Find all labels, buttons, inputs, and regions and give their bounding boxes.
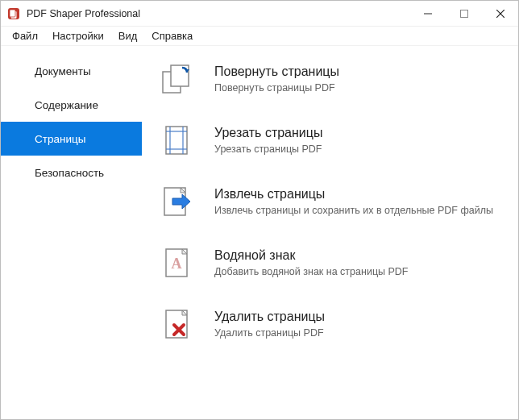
menubar: Файл Настройки Вид Справка bbox=[1, 27, 518, 46]
action-text: Удалить страницы Удалить страницы PDF bbox=[214, 310, 325, 339]
sidebar-item-label: Содержание bbox=[35, 99, 98, 111]
svg-rect-2 bbox=[10, 10, 15, 17]
rotate-pages-icon bbox=[158, 60, 195, 98]
action-crop-pages[interactable]: Урезать страницы Урезать страницы PDF bbox=[158, 122, 505, 159]
action-text: Водяной знак Добавить водяной знак на ст… bbox=[214, 248, 409, 277]
svg-rect-4 bbox=[460, 10, 467, 17]
menu-help[interactable]: Справка bbox=[145, 28, 199, 44]
action-desc: Удалить страницы PDF bbox=[214, 327, 325, 339]
action-watermark[interactable]: A Водяной знак Добавить водяной знак на … bbox=[158, 244, 505, 281]
sidebar-item-label: Безопасность bbox=[35, 167, 104, 179]
app-icon bbox=[7, 7, 20, 20]
window-controls bbox=[409, 1, 518, 26]
action-delete-pages[interactable]: Удалить страницы Удалить страницы PDF bbox=[158, 306, 505, 343]
sidebar-item-label: Страницы bbox=[35, 133, 85, 145]
action-title: Урезать страницы bbox=[214, 126, 322, 140]
svg-text:A: A bbox=[172, 256, 182, 272]
extract-pages-icon bbox=[158, 183, 195, 220]
action-desc: Повернуть страницы PDF bbox=[214, 82, 339, 94]
sidebar-item-label: Документы bbox=[35, 65, 91, 77]
sidebar-item-content[interactable]: Содержание bbox=[1, 88, 142, 122]
action-rotate-pages[interactable]: Повернуть страницы Повернуть страницы PD… bbox=[158, 60, 505, 98]
menu-view[interactable]: Вид bbox=[112, 28, 144, 44]
sidebar: Документы Содержание Страницы Безопаснос… bbox=[1, 46, 142, 419]
app-window: PDF Shaper Professional Файл Настройки В… bbox=[0, 0, 519, 420]
action-text: Повернуть страницы Повернуть страницы PD… bbox=[214, 64, 339, 94]
svg-rect-10 bbox=[166, 127, 187, 154]
content: Повернуть страницы Повернуть страницы PD… bbox=[142, 46, 518, 419]
close-button[interactable] bbox=[482, 1, 518, 26]
titlebar: PDF Shaper Professional bbox=[1, 1, 518, 27]
minimize-button[interactable] bbox=[409, 1, 446, 26]
sidebar-item-pages[interactable]: Страницы bbox=[1, 122, 142, 156]
sidebar-item-security[interactable]: Безопасность bbox=[1, 156, 142, 189]
action-title: Удалить страницы bbox=[214, 310, 325, 324]
action-extract-pages[interactable]: Извлечь страницы Извлечь страницы и сохр… bbox=[158, 183, 505, 220]
menu-settings[interactable]: Настройки bbox=[46, 28, 110, 44]
maximize-button[interactable] bbox=[446, 1, 482, 26]
action-title: Водяной знак bbox=[214, 248, 409, 263]
crop-pages-icon bbox=[158, 122, 195, 159]
action-title: Извлечь страницы bbox=[214, 187, 493, 202]
action-title: Повернуть страницы bbox=[214, 64, 339, 79]
action-text: Урезать страницы Урезать страницы PDF bbox=[214, 126, 322, 155]
sidebar-item-documents[interactable]: Документы bbox=[1, 54, 142, 88]
action-desc: Урезать страницы PDF bbox=[214, 143, 322, 155]
delete-pages-icon bbox=[158, 306, 195, 343]
watermark-icon: A bbox=[158, 244, 195, 281]
app-title: PDF Shaper Professional bbox=[27, 8, 409, 19]
action-desc: Извлечь страницы и сохранить их в отдель… bbox=[214, 205, 493, 216]
menu-file[interactable]: Файл bbox=[6, 28, 44, 44]
action-text: Извлечь страницы Извлечь страницы и сохр… bbox=[214, 187, 493, 216]
body: Документы Содержание Страницы Безопаснос… bbox=[1, 46, 518, 419]
action-desc: Добавить водяной знак на страницы PDF bbox=[214, 266, 409, 277]
